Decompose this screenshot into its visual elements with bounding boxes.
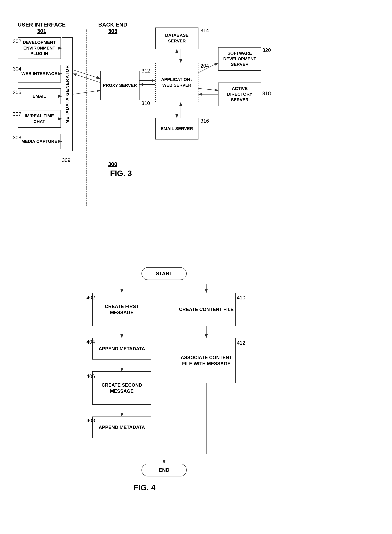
label-user-interface: USER INTERFACE 301 (18, 22, 66, 34)
ref-300: 300 (108, 161, 117, 167)
box-metadata-generator: METADATA GENERATOR (62, 37, 73, 151)
fig3-caption: FIG. 3 (110, 169, 132, 178)
box-append-metadata-2: APPEND METADATA (92, 417, 151, 438)
ref-310: 310 (141, 100, 150, 106)
ref-312: 312 (141, 68, 150, 74)
box-web-interface: WEB INTERFACE (18, 65, 61, 83)
box-email: EMAIL (18, 88, 61, 104)
box-create-first-message: CREATE FIRST MESSAGE (92, 293, 151, 326)
ref-204: 204 (201, 63, 209, 69)
ref-316: 316 (201, 118, 209, 124)
ref-318: 318 (262, 90, 271, 97)
separator-line (86, 29, 87, 206)
ref-410: 410 (237, 295, 245, 301)
ref-307: 307 (13, 111, 21, 117)
ref-309: 309 (62, 157, 70, 163)
fig4-diagram: START CREATE FIRST MESSAGE 402 APPEND ME… (12, 265, 381, 525)
box-dev-env: DEVELOPMENT ENVIRONMENT PLUG-IN (18, 37, 61, 59)
box-software-dev-server: SOFTWARE DEVELOPMENT SERVER (218, 47, 261, 71)
label-back-end: BACK END 303 (98, 22, 127, 34)
box-database-server: DATABASE SERVER (155, 28, 198, 49)
end-oval: END (141, 464, 187, 476)
fig3-diagram: USER INTERFACE 301 BACK END 303 DEVELOPM… (12, 12, 381, 248)
svg-line-17 (198, 88, 218, 90)
box-active-directory-server: ACTIVE DIRECTORY SERVER (218, 83, 261, 106)
ref-306: 306 (13, 89, 21, 95)
ref-406: 406 (86, 373, 95, 379)
box-create-second-message: CREATE SECOND MESSAGE (92, 371, 151, 405)
ref-404: 404 (86, 339, 95, 345)
fig4-caption: FIG. 4 (134, 483, 155, 492)
box-media-capture: MEDIA CAPTURE (18, 134, 61, 149)
box-associate-content: ASSOCIATE CONTENT FILE WITH MESSAGE (177, 338, 236, 383)
box-create-content-file: CREATE CONTENT FILE (177, 293, 236, 326)
ref-320: 320 (262, 47, 271, 53)
ref-412: 412 (237, 340, 245, 346)
box-proxy-server: PROXY SERVER (100, 71, 140, 100)
ref-304: 304 (13, 66, 21, 72)
box-email-server: EMAIL SERVER (155, 118, 198, 139)
ref-308: 308 (13, 135, 21, 141)
box-app-web-server: APPLICATION / WEB SERVER (155, 63, 198, 102)
box-append-metadata-1: APPEND METADATA (92, 338, 151, 360)
ref-314: 314 (201, 28, 209, 34)
start-oval: START (141, 267, 187, 280)
ref-402: 402 (86, 295, 95, 301)
box-im-chat: IM/REAL TIME CHAT (18, 110, 61, 128)
ref-302: 302 (13, 38, 21, 44)
ref-408: 408 (86, 418, 95, 424)
